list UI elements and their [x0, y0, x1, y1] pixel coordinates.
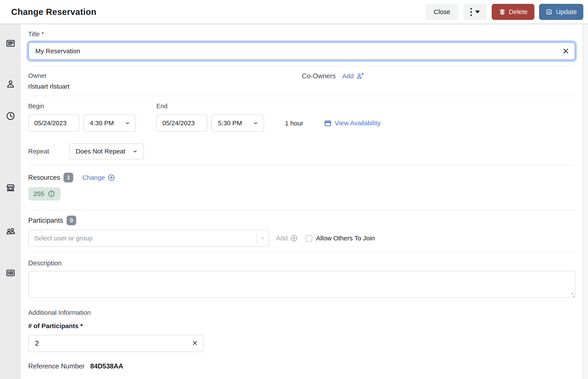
storefront-icon[interactable]	[6, 183, 15, 193]
reference-number-value: 84D538AA	[90, 363, 123, 370]
participant-select-input[interactable]: Select user or group	[28, 230, 269, 247]
section-nav-sidebar	[0, 24, 21, 379]
update-button[interactable]: Update	[539, 4, 583, 20]
note-icon[interactable]	[6, 38, 15, 48]
resources-section: Resources 1 Change 255	[28, 165, 575, 210]
participant-select-placeholder: Select user or group	[29, 235, 256, 242]
scrollbar[interactable]	[583, 24, 588, 379]
add-participant-button[interactable]: Add	[276, 234, 298, 242]
allow-others-checkbox[interactable]	[306, 235, 312, 242]
resources-count-badge: 1	[63, 173, 73, 182]
end-time-select[interactable]: 5:30 PM	[211, 114, 264, 132]
title-label: Title *	[28, 31, 575, 38]
more-actions-button[interactable]	[463, 4, 487, 20]
num-participants-label: # of Participants *	[28, 322, 575, 330]
participants-section: Participants 0 Select user or group Add	[28, 210, 575, 252]
clear-title-icon[interactable]	[562, 47, 570, 55]
description-section: Description Additional Information # of …	[28, 252, 575, 370]
duration-text: 1 hour	[285, 120, 303, 132]
co-owners-label: Co-Owners	[302, 72, 336, 80]
add-co-owner-link[interactable]: Add	[342, 72, 364, 80]
begin-time-select[interactable]: 4:30 PM	[83, 114, 136, 132]
chevron-down-icon	[124, 120, 131, 126]
plus-circle-icon	[107, 174, 115, 182]
person-plus-icon	[356, 72, 364, 80]
list-icon[interactable]	[6, 268, 15, 278]
resources-label: Resources	[28, 174, 60, 182]
chevron-down-icon	[252, 120, 259, 126]
begin-label: Begin	[28, 103, 136, 110]
kebab-icon	[470, 8, 472, 16]
repeat-select[interactable]: Does Not Repeat	[69, 143, 144, 159]
participants-count-badge: 0	[67, 216, 76, 225]
form-content: Title * Owner rlstuart rlstuart Co-Owner…	[21, 24, 583, 379]
additional-info-heading: Additional Information	[28, 309, 575, 316]
info-icon[interactable]	[48, 190, 55, 198]
header-actions: Close Delete Update	[426, 4, 583, 20]
view-availability-link[interactable]: View Availability	[323, 119, 380, 132]
plus-circle-icon	[290, 234, 298, 242]
clear-num-participants-icon[interactable]	[191, 340, 199, 347]
title-section: Title *	[28, 24, 575, 66]
begin-date-input[interactable]	[28, 114, 79, 132]
owner-label: Owner	[28, 72, 302, 79]
title-input[interactable]	[28, 42, 575, 60]
clock-icon[interactable]	[6, 111, 15, 121]
change-resources-link[interactable]: Change	[82, 174, 115, 182]
end-label: End	[156, 103, 264, 110]
close-button[interactable]: Close	[426, 4, 458, 20]
participants-label: Participants	[28, 217, 63, 224]
num-participants-input[interactable]	[28, 335, 204, 352]
check-square-icon	[545, 8, 553, 16]
trash-icon	[499, 8, 506, 16]
chevron-down-icon[interactable]	[257, 235, 269, 241]
description-textarea[interactable]	[28, 271, 575, 298]
description-label: Description	[28, 259, 575, 267]
main: Title * Owner rlstuart rlstuart Co-Owner…	[0, 24, 588, 379]
header: Change Reservation Close Delete	[0, 0, 588, 24]
page-title: Change Reservation	[11, 7, 97, 17]
people-icon[interactable]	[6, 227, 15, 237]
caret-down-icon	[475, 11, 480, 13]
owner-section: Owner rlstuart rlstuart Co-Owners Add	[28, 66, 575, 96]
allow-others-label: Allow Others To Join	[316, 235, 375, 242]
end-date-input[interactable]	[156, 114, 207, 132]
person-icon[interactable]	[6, 79, 15, 89]
reference-number-label: Reference Number	[28, 363, 85, 370]
delete-button[interactable]: Delete	[492, 4, 535, 20]
chevron-down-icon	[132, 148, 138, 155]
calendar-icon	[323, 119, 332, 127]
resource-chip[interactable]: 255	[28, 187, 60, 201]
owner-value: rlstuart rlstuart	[28, 83, 302, 90]
schedule-section: Begin 4:30 PM End	[28, 96, 575, 165]
repeat-label: Repeat	[28, 148, 49, 155]
